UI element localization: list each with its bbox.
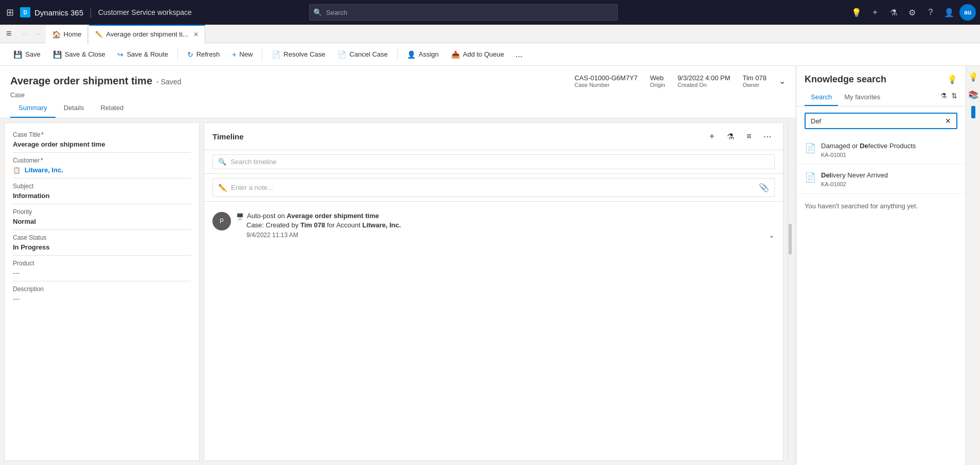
tab-related[interactable]: Related (92, 99, 132, 118)
user-icon-btn[interactable]: 👤 (941, 4, 957, 21)
add-icon-btn[interactable]: + (867, 4, 883, 21)
field-divider-6 (13, 281, 191, 281)
k-filter-icon[interactable]: ⚗ (940, 92, 947, 100)
timeline-more-icon[interactable]: ⋯ (760, 129, 775, 144)
case-tabs: Summary Details Related (10, 99, 786, 118)
tab-home[interactable]: 🏠 Home (46, 25, 88, 43)
command-bar: 💾 Save 💾 Save & Close ↪ Save & Route ↻ R… (0, 43, 980, 66)
timeline-filter-icon[interactable]: ⚗ (723, 129, 738, 144)
cancel-label: Cancel Case (349, 50, 387, 58)
save-route-button[interactable]: ↪ Save & Route (112, 47, 173, 62)
refresh-icon: ↻ (187, 50, 193, 59)
tab-summary[interactable]: Summary (10, 99, 56, 118)
k-side-book-icon[interactable]: 📚 (966, 88, 981, 102)
knowledge-search-input[interactable] (811, 117, 941, 125)
tab-details[interactable]: Details (56, 99, 93, 118)
refresh-label: Refresh (197, 50, 220, 58)
assign-button[interactable]: 👤 Assign (402, 47, 444, 62)
knowledge-tab-actions: ⚗ ⇅ (940, 89, 957, 106)
tab-bar-menu-icon[interactable]: ≡ (4, 26, 14, 41)
tab-active-case[interactable]: ✏️ Average order shipment ti... ✕ (89, 25, 205, 43)
note-attach-icon[interactable]: 📎 (759, 183, 769, 192)
created-on-field: 9/3/2022 4:00 PM Created On (678, 74, 730, 88)
nav-forward-button[interactable]: → (32, 28, 45, 40)
app-name-label: Dynamics 365 (34, 8, 83, 17)
help-icon-btn[interactable]: ? (922, 4, 939, 21)
description-field-value: --- (13, 295, 191, 302)
priority-field-label: Priority (13, 208, 191, 216)
workspace-name-label: Customer Service workspace (98, 8, 192, 16)
more-options-button[interactable]: ... (511, 47, 526, 62)
summary-panel: Case Title Average order shipment time C… (4, 122, 200, 461)
new-button[interactable]: + New (227, 47, 258, 62)
filter-icon-btn[interactable]: ⚗ (885, 4, 902, 21)
refresh-button[interactable]: ↻ Refresh (182, 47, 225, 62)
timeline-add-icon[interactable]: + (705, 129, 719, 144)
cmd-separator-2 (262, 48, 262, 61)
settings-icon-btn[interactable]: ⚙ (904, 4, 920, 21)
knowledge-search-clear-icon[interactable]: ✕ (945, 117, 951, 125)
save-route-label: Save & Route (127, 50, 168, 58)
subject-field-label: Subject (13, 183, 191, 190)
case-header-top: Average order shipment time - Saved CAS-… (10, 74, 786, 88)
timeline-entries: P 🖥️ Auto-post on Average order shipment… (204, 202, 783, 460)
add-to-queue-button[interactable]: 📥 Add to Queue (446, 47, 509, 62)
grid-menu-icon[interactable]: ⊞ (4, 5, 16, 20)
field-divider-5 (13, 255, 191, 256)
k-result-item-2[interactable]: 📄 Delivery Never Arrived KA-01002 (796, 165, 966, 194)
case-header: Average order shipment time - Saved CAS-… (0, 66, 796, 118)
field-divider-4 (13, 229, 191, 230)
timeline-note-inner[interactable]: ✏️ Enter a note... 📎 (212, 178, 775, 197)
case-title-field-label: Case Title (13, 131, 191, 138)
nav-arrows: ← → (19, 28, 45, 40)
entry-expand-icon[interactable]: ⌄ (769, 231, 775, 239)
top-nav-bar: ⊞ D Dynamics 365 | Customer Service work… (0, 0, 980, 25)
tab-close-icon[interactable]: ✕ (193, 31, 199, 38)
content-scroll-bar[interactable] (788, 122, 792, 461)
k-result-item-1[interactable]: 📄 Damaged or Defective Products KA-01001 (796, 135, 966, 165)
resolve-case-button[interactable]: 📄 Resolve Case (266, 47, 330, 62)
global-search-input[interactable] (309, 4, 618, 21)
note-pencil-icon: ✏️ (218, 184, 227, 192)
k-result-content-1: Damaged or Defective Products KA-01001 (821, 141, 916, 158)
nav-back-button[interactable]: ← (19, 28, 31, 40)
top-nav-icons-area: 💡 + ⚗ ⚙ ? 👤 au (848, 4, 976, 21)
field-divider-2 (13, 178, 191, 178)
case-number-label: Case Number (575, 82, 610, 88)
case-meta-expand-icon[interactable]: ⌄ (779, 76, 786, 86)
save-close-icon: 💾 (53, 50, 62, 59)
cmd-separator-3 (397, 48, 398, 61)
entry-timestamp: 9/4/2022 11:13 AM (246, 231, 298, 239)
k-result-title-1: Damaged or Defective Products (821, 141, 916, 151)
cancel-case-button[interactable]: 📄 Cancel Case (332, 47, 393, 62)
resolve-icon: 📄 (272, 50, 280, 59)
case-number-value: CAS-01000-G6M7Y7 (575, 74, 638, 82)
case-number-field: CAS-01000-G6M7Y7 Case Number (575, 74, 638, 88)
customer-field-value[interactable]: Litware, Inc. (13, 166, 191, 174)
save-button[interactable]: 💾 Save (8, 47, 46, 62)
user-avatar[interactable]: au (959, 4, 976, 21)
knowledge-bulb-icon[interactable]: 💡 (947, 75, 957, 84)
knowledge-title: Knowledge search (805, 74, 886, 85)
knowledge-tabs: Search My favorites ⚗ ⇅ (796, 89, 966, 106)
save-icon: 💾 (13, 50, 22, 59)
scroll-thumb (789, 224, 792, 255)
k-side-panel-icon[interactable] (971, 106, 975, 118)
timeline-header: Timeline + ⚗ ≡ ⋯ (204, 123, 783, 150)
k-side-bulb-icon[interactable]: 💡 (966, 70, 981, 84)
timeline-columns-icon[interactable]: ≡ (742, 129, 756, 144)
timeline-search-container: 🔍 Search timeline (204, 150, 783, 174)
save-close-button[interactable]: 💾 Save & Close (48, 47, 111, 62)
timeline-search-inner[interactable]: 🔍 Search timeline (212, 154, 775, 169)
save-close-label: Save & Close (65, 50, 105, 58)
tab-home-label: Home (64, 30, 82, 38)
k-result-id-1: KA-01001 (821, 152, 916, 158)
k-sort-icon[interactable]: ⇅ (951, 92, 957, 100)
k-tab-favorites[interactable]: My favorites (838, 89, 886, 106)
knowledge-results: 📄 Damaged or Defective Products KA-01001… (796, 135, 966, 465)
owner-field: Tim 078 Owner (743, 74, 767, 88)
k-tab-search[interactable]: Search (805, 89, 838, 106)
bulb-icon-btn[interactable]: 💡 (848, 4, 865, 21)
knowledge-header: Knowledge search 💡 (796, 66, 966, 89)
entry-post-icon: 🖥️ (236, 213, 244, 220)
